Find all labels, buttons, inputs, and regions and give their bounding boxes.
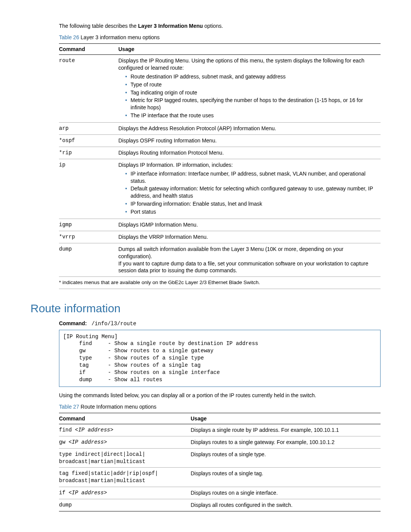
usage-cell: Displays routes to a single gateway. For… [191,436,381,448]
table26-footnote: * indicates menus that are available onl… [59,277,381,289]
command-cell: tag fixed|static|addr|rip|ospf| broadcas… [59,468,191,487]
table-row: *ripDisplays Routing Information Protoco… [59,147,381,159]
command-cell: dump [59,499,191,511]
table27-label: Table 27 [59,404,79,410]
list-item: Port status [125,208,378,216]
table-row: arpDisplays the Address Resolution Proto… [59,123,381,135]
command-cell: igmp [59,219,118,231]
intro-text: The following table describes the Layer … [59,23,381,29]
usage-cell: Dumps all switch information available f… [118,243,381,277]
list-item: Tag indicating origin of route [125,89,378,96]
usage-cell: Displays the VRRP Information Menu. [118,231,381,243]
table27-head-command: Command [59,413,191,424]
table-row: routeDisplays the IP Routing Menu. Using… [59,55,381,123]
table26-head-command: Command [59,44,118,55]
table26-label: Table 26 [59,34,79,40]
intro-text-after: options. [203,23,223,29]
table27-head-usage: Usage [191,413,381,424]
list-item: Metric for RIP tagged routes, specifying… [125,97,378,111]
usage-cell: Displays OSPF routing Information Menu. [118,135,381,147]
table26-head-usage: Usage [118,44,381,55]
command-cell: arp [59,123,118,135]
command-cell: *vrrp [59,231,118,243]
usage-cell: Displays Routing Information Protocol Me… [118,147,381,159]
usage-cell: Displays routes on a single interface. [191,487,381,499]
table-row: igmpDisplays IGMP Information Menu. [59,219,381,231]
table-row: *ospfDisplays OSPF routing Information M… [59,135,381,147]
list-item: IP forwarding information: Enable status… [125,200,378,208]
usage-cell: Displays routes of a single type. [191,448,381,468]
usage-cell: Displays a single route by IP address. F… [191,424,381,436]
usage-cell: Displays all routes configured in the sw… [191,499,381,511]
command-cell: *rip [59,147,118,159]
table27-caption: Table 27 Route Information menu options [59,404,381,410]
table-row: tag fixed|static|addr|rip|ospf| broadcas… [59,468,381,487]
table-row: type indirect|direct|local| broadcast|ma… [59,448,381,468]
usage-cell: Displays the IP Routing Menu. Using the … [118,55,381,123]
table-row: dumpDisplays all routes configured in th… [59,499,381,511]
command-line: Command: /info/l3/route [59,320,381,327]
command-cell: *ospf [59,135,118,147]
command-cell: dump [59,243,118,277]
list-item: Default gateway information: Metric for … [125,185,378,200]
table26-caption: Table 26 Layer 3 information menu option… [59,34,381,40]
intro-text-before: The following table describes the [59,23,138,29]
table-row: ipDisplays IP Information. IP informatio… [59,159,381,219]
table-row: if <IP address>Displays routes on a sing… [59,487,381,499]
usage-cell: Displays IP Information. IP information,… [118,159,381,219]
list-item: Type of route [125,81,378,88]
table-row: gw <IP address>Displays routes to a sing… [59,436,381,448]
command-cell: type indirect|direct|local| broadcast|ma… [59,448,191,468]
para-after-code: Using the commands listed below, you can… [59,392,381,398]
command-cell: if <IP address> [59,487,191,499]
table-row: *vrrpDisplays the VRRP Information Menu. [59,231,381,243]
table-row: find <IP address>Displays a single route… [59,424,381,436]
usage-cell: Displays the Address Resolution Protocol… [118,123,381,135]
usage-cell: Displays routes of a single tag. [191,468,381,487]
section-heading-route-information: Route information [30,302,381,315]
list-item: Route destination IP address, subnet mas… [125,73,378,80]
code-block-ip-routing-menu: [IP Routing Menu] find - Show a single r… [59,330,381,387]
list-item: IP interface information: Interface numb… [125,170,378,185]
table26-caption-text: Layer 3 information menu options [79,34,160,40]
table-row: dumpDumps all switch information availab… [59,243,381,277]
command-value: /info/l3/route [91,321,136,327]
intro-text-bold: Layer 3 Information Menu [138,23,203,29]
command-cell: gw <IP address> [59,436,191,448]
command-cell: route [59,55,118,123]
command-label: Command: [59,320,87,326]
list-item: The IP interface that the route uses [125,112,378,119]
table27-caption-text: Route Information menu options [79,404,156,410]
table26: Command Usage routeDisplays the IP Routi… [59,43,381,289]
command-cell: find <IP address> [59,424,191,436]
table27: Command Usage find <IP address>Displays … [59,413,381,511]
usage-cell: Displays IGMP Information Menu. [118,219,381,231]
command-cell: ip [59,159,118,219]
